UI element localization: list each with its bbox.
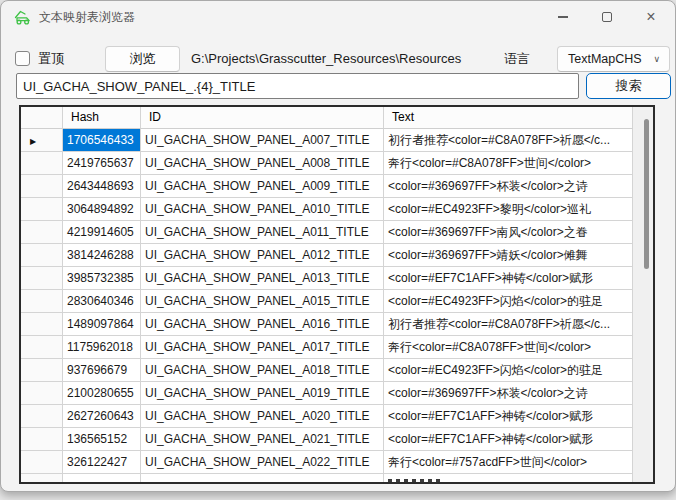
row-header-cell[interactable] <box>21 175 63 198</box>
hash-cell[interactable]: 2627260643 <box>63 405 141 428</box>
text-cell[interactable]: 奔行<color=#C8A078FF>世间</color> <box>384 152 633 175</box>
text-cell[interactable]: <color=#369697FF>南风</color>之眷 <box>384 221 633 244</box>
id-cell[interactable]: UI_GACHA_SHOW_PANEL_A017_TITLE <box>141 336 384 359</box>
text-cell[interactable]: <color=#EC4923FF>闪焰</color>的驻足 <box>384 359 633 382</box>
browse-button[interactable]: 浏览 <box>105 46 180 72</box>
hash-cell[interactable]: 2100280655 <box>63 382 141 405</box>
close-button[interactable]: × <box>629 2 673 32</box>
hash-cell[interactable]: 1489097864 <box>63 313 141 336</box>
row-header-cell[interactable] <box>21 428 63 451</box>
hash-cell[interactable]: 1706546433 <box>63 129 141 152</box>
hash-cell[interactable]: 3064894892 <box>63 198 141 221</box>
table-row[interactable]: 2419765637UI_GACHA_SHOW_PANEL_A008_TITLE… <box>21 152 633 175</box>
titlebar[interactable]: 文本映射表浏览器 × <box>1 1 675 33</box>
text-cell[interactable]: <color=#EF7C1AFF>神铸</color>赋形 <box>384 428 633 451</box>
minimize-button[interactable] <box>541 2 585 32</box>
text-cell[interactable]: 初行者推荐<color=#C8A078FF>祈愿</c... <box>384 313 633 336</box>
row-header-cell[interactable] <box>21 221 63 244</box>
id-cell[interactable] <box>141 474 384 482</box>
text-cell[interactable]: 奔行<color=#757acdFF>世间</color> <box>384 451 633 474</box>
language-label: 语言 <box>504 46 530 72</box>
id-cell[interactable]: UI_GACHA_SHOW_PANEL_A008_TITLE <box>141 152 384 175</box>
text-cell[interactable]: 初行者推荐<color=#C8A078FF>祈愿</c... <box>384 129 633 152</box>
id-cell[interactable]: UI_GACHA_SHOW_PANEL_A015_TITLE <box>141 290 384 313</box>
table-row[interactable]: 2830640346UI_GACHA_SHOW_PANEL_A015_TITLE… <box>21 290 633 313</box>
id-cell[interactable]: UI_GACHA_SHOW_PANEL_A011_TITLE <box>141 221 384 244</box>
pin-on-top-checkbox[interactable] <box>15 51 30 66</box>
column-header-id[interactable]: ID <box>141 107 384 129</box>
id-cell[interactable]: UI_GACHA_SHOW_PANEL_A010_TITLE <box>141 198 384 221</box>
text-cell[interactable]: <color=#EC4923FF>黎明</color>巡礼 <box>384 198 633 221</box>
hash-cell[interactable]: 2830640346 <box>63 290 141 313</box>
row-header-cell[interactable] <box>21 313 63 336</box>
table-row[interactable]: 1175962018UI_GACHA_SHOW_PANEL_A017_TITLE… <box>21 336 633 359</box>
column-header-hash[interactable]: Hash <box>63 107 141 129</box>
table-row[interactable]: 2627260643UI_GACHA_SHOW_PANEL_A020_TITLE… <box>21 405 633 428</box>
row-header-cell[interactable] <box>21 382 63 405</box>
id-cell[interactable]: UI_GACHA_SHOW_PANEL_A007_TITLE <box>141 129 384 152</box>
table-row[interactable]: 136565152UI_GACHA_SHOW_PANEL_A021_TITLE<… <box>21 428 633 451</box>
row-header-cell[interactable]: ▶ <box>21 129 63 152</box>
text-cell[interactable]: <color=#EF7C1AFF>神铸</color>赋形 <box>384 405 633 428</box>
language-select[interactable]: TextMapCHS ∨ <box>557 46 670 72</box>
partial-row <box>21 474 633 482</box>
grid-corner-header[interactable] <box>21 107 63 129</box>
hash-cell[interactable]: 937696679 <box>63 359 141 382</box>
hash-cell[interactable]: 4219914605 <box>63 221 141 244</box>
id-cell[interactable]: UI_GACHA_SHOW_PANEL_A012_TITLE <box>141 244 384 267</box>
hash-cell[interactable]: 3985732385 <box>63 267 141 290</box>
id-cell[interactable]: UI_GACHA_SHOW_PANEL_A018_TITLE <box>141 359 384 382</box>
hash-cell[interactable]: 136565152 <box>63 428 141 451</box>
language-selected-value: TextMapCHS <box>568 52 642 66</box>
table-row[interactable]: 326122427UI_GACHA_SHOW_PANEL_A022_TITLE奔… <box>21 451 633 474</box>
id-cell[interactable]: UI_GACHA_SHOW_PANEL_A013_TITLE <box>141 267 384 290</box>
scrollbar-thumb[interactable] <box>644 119 649 269</box>
id-cell[interactable]: UI_GACHA_SHOW_PANEL_A019_TITLE <box>141 382 384 405</box>
row-header-cell[interactable] <box>21 152 63 175</box>
search-button[interactable]: 搜索 <box>586 73 671 99</box>
row-header-cell[interactable] <box>21 451 63 474</box>
vertical-scrollbar[interactable] <box>633 107 653 482</box>
hash-cell[interactable]: 3814246288 <box>63 244 141 267</box>
maximize-button[interactable] <box>585 2 629 32</box>
table-row[interactable]: 4219914605UI_GACHA_SHOW_PANEL_A011_TITLE… <box>21 221 633 244</box>
hash-cell[interactable] <box>63 474 141 482</box>
close-icon: × <box>646 9 655 25</box>
table-row[interactable]: 3064894892UI_GACHA_SHOW_PANEL_A010_TITLE… <box>21 198 633 221</box>
text-cell[interactable]: <color=#369697FF>靖妖</color>傩舞 <box>384 244 633 267</box>
hash-cell[interactable]: 1175962018 <box>63 336 141 359</box>
row-header-cell[interactable] <box>21 267 63 290</box>
id-cell[interactable]: UI_GACHA_SHOW_PANEL_A021_TITLE <box>141 428 384 451</box>
table-row[interactable]: 3814246288UI_GACHA_SHOW_PANEL_A012_TITLE… <box>21 244 633 267</box>
text-cell[interactable]: <color=#369697FF>杯装</color>之诗 <box>384 175 633 198</box>
text-cell[interactable]: <color=#EC4923FF>闪焰</color>的驻足 <box>384 290 633 313</box>
hash-cell[interactable]: 2643448693 <box>63 175 141 198</box>
table-row[interactable]: ▶1706546433UI_GACHA_SHOW_PANEL_A007_TITL… <box>21 129 633 152</box>
table-row[interactable]: 937696679UI_GACHA_SHOW_PANEL_A018_TITLE<… <box>21 359 633 382</box>
id-cell[interactable]: UI_GACHA_SHOW_PANEL_A022_TITLE <box>141 451 384 474</box>
text-cell[interactable]: 奔行<color=#C8A078FF>世间</color> <box>384 336 633 359</box>
row-header-cell[interactable] <box>21 244 63 267</box>
column-header-text[interactable]: Text <box>384 107 633 129</box>
hash-cell[interactable]: 326122427 <box>63 451 141 474</box>
hash-cell[interactable]: 2419765637 <box>63 152 141 175</box>
table-row[interactable]: 2100280655UI_GACHA_SHOW_PANEL_A019_TITLE… <box>21 382 633 405</box>
partial-row-text-sliver <box>388 479 443 482</box>
row-header-cell[interactable] <box>21 336 63 359</box>
row-header-cell[interactable] <box>21 405 63 428</box>
table-row[interactable]: 1489097864UI_GACHA_SHOW_PANEL_A016_TITLE… <box>21 313 633 336</box>
text-cell[interactable]: <color=#369697FF>杯装</color>之诗 <box>384 382 633 405</box>
table-row[interactable]: 3985732385UI_GACHA_SHOW_PANEL_A013_TITLE… <box>21 267 633 290</box>
id-cell[interactable]: UI_GACHA_SHOW_PANEL_A016_TITLE <box>141 313 384 336</box>
maximize-icon <box>602 12 612 22</box>
row-header-cell[interactable] <box>21 290 63 313</box>
search-input[interactable] <box>16 73 579 99</box>
text-cell[interactable] <box>384 474 633 482</box>
row-header-cell[interactable] <box>21 359 63 382</box>
row-header-cell[interactable] <box>21 198 63 221</box>
text-cell[interactable]: <color=#EF7C1AFF>神铸</color>赋形 <box>384 267 633 290</box>
id-cell[interactable]: UI_GACHA_SHOW_PANEL_A020_TITLE <box>141 405 384 428</box>
row-header-cell[interactable] <box>21 474 63 482</box>
id-cell[interactable]: UI_GACHA_SHOW_PANEL_A009_TITLE <box>141 175 384 198</box>
table-row[interactable]: 2643448693UI_GACHA_SHOW_PANEL_A009_TITLE… <box>21 175 633 198</box>
